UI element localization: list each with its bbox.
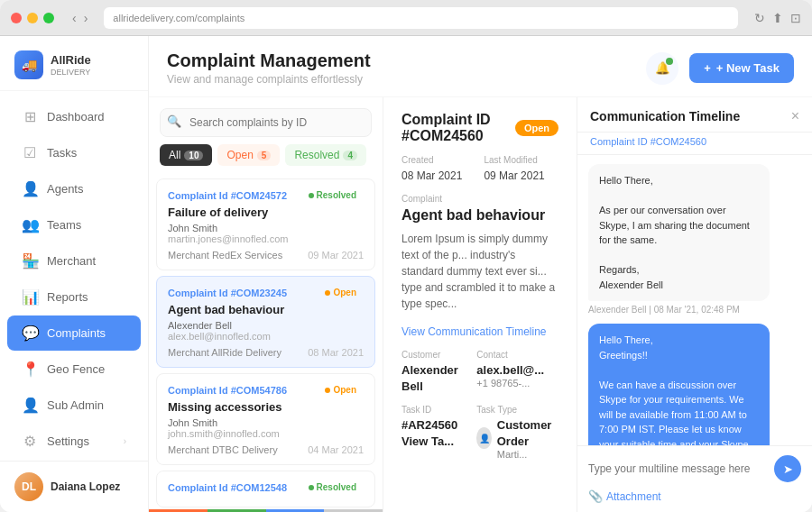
filter-resolved-tab[interactable]: Resolved 4: [285, 144, 366, 166]
logo-text: AllRide: [51, 53, 91, 68]
sidebar-item-reports[interactable]: 📊 Reports: [7, 279, 141, 315]
agents-icon: 👤: [22, 180, 38, 197]
new-task-button[interactable]: + + New Task: [689, 53, 794, 83]
sidebar-item-teams[interactable]: 👥 Teams: [7, 207, 141, 242]
task-type-label: Task Type: [476, 405, 558, 415]
sidebar-item-geofence[interactable]: 📍 Geo Fence: [7, 352, 141, 387]
header-actions: 🔔 + + New Task: [646, 52, 794, 85]
complaint-id-3: Complaint Id #COM54786: [168, 385, 287, 396]
sidebar-item-subadmin[interactable]: 👤 Sub Admin: [7, 388, 141, 423]
complaints-icon: 💬: [22, 325, 38, 342]
detail-meta: Created 08 Mar 2021 Last Modified 09 Mar…: [401, 155, 558, 183]
send-button[interactable]: ➤: [774, 455, 801, 482]
sidebar-item-tasks[interactable]: ☑ Tasks: [7, 135, 141, 170]
complaint-card-3[interactable]: Complaint Id #COM54786 Open Missing acce…: [156, 373, 375, 465]
page-title: Complaint Management: [167, 50, 371, 71]
back-button[interactable]: ‹: [72, 11, 77, 25]
complaint-email-2: alex.bell@innofled.com: [168, 331, 364, 342]
share-button[interactable]: ⬆: [772, 11, 783, 25]
sidebar-label-dashboard: Dashboard: [47, 110, 105, 123]
filter-open-tab[interactable]: Open 5: [217, 144, 280, 166]
user-avatar: DL: [14, 472, 43, 501]
detail-customer: Customer Alexender Bell: [401, 350, 466, 394]
sidebar-item-merchant[interactable]: 🏪 Merchant: [7, 243, 141, 279]
minimize-traffic-light[interactable]: [27, 13, 38, 23]
fullscreen-button[interactable]: ⊡: [790, 11, 801, 25]
complaint-person-3: John Smith: [168, 417, 364, 428]
reload-button[interactable]: ↻: [754, 11, 765, 25]
complaint-date-1: 09 Mar 2021: [308, 250, 364, 261]
detail-info-grid: Customer Alexender Bell Contact alex.bel…: [401, 350, 558, 460]
sidebar-item-agents[interactable]: 👤 Agents: [7, 171, 141, 206]
complaint-id-4: Complaint Id #COM12548: [168, 482, 287, 493]
complaint-card-4[interactable]: Complaint Id #COM12548 Resolved: [156, 471, 375, 507]
status-dot-2: [325, 290, 330, 296]
settings-icon: ⚙: [22, 433, 38, 450]
reports-icon: 📊: [22, 288, 38, 306]
main-split: 🔍 All 10 Open 5 Resolved 4: [149, 97, 812, 512]
timeline-complaint-id: Complaint ID #COM24560: [577, 133, 812, 155]
complaint-title-3: Missing accessories: [168, 400, 364, 414]
complaint-person-1: John Smith: [168, 223, 364, 233]
sidebar-label-merchant: Merchant: [47, 254, 96, 268]
complaint-title-2: Agent bad behaviour: [168, 303, 364, 316]
forward-button[interactable]: ›: [84, 11, 88, 25]
sidebar-item-settings[interactable]: ⚙ Settings ›: [7, 424, 141, 459]
logo-sub: DELIVERY: [51, 68, 91, 77]
window-chrome: ‹ › allridedelivery.com/complaints ↻ ⬆ ⊡: [0, 0, 812, 36]
complaint-footer-3: Merchant DTBC Delivery 04 Mar 2021: [168, 444, 364, 455]
maximize-traffic-light[interactable]: [43, 13, 54, 23]
complaints-panel: 🔍 All 10 Open 5 Resolved 4: [149, 97, 383, 512]
complaint-merchant-3: Merchant DTBC Delivery: [168, 444, 278, 455]
complaint-person-2: Alexender Bell: [168, 320, 364, 331]
status-dot-1: [309, 193, 314, 198]
detail-complaint-id: Complaint ID #COM24560: [401, 112, 506, 144]
message-sender-1: Alexender Bell | 08 Mar '21, 02:48 PM: [588, 305, 801, 315]
filter-all-tab[interactable]: All 10: [160, 144, 212, 166]
complaint-merchant-1: Merchant RedEx Services: [168, 250, 282, 261]
modified-date: 09 Mar 2021: [484, 169, 544, 182]
message-2: Hello There,Greetings!! We can have a di…: [588, 324, 801, 445]
customer-label: Customer: [401, 350, 466, 360]
complaint-date-2: 08 Mar 2021: [308, 347, 364, 358]
page-title-group: Complaint Management View and manage com…: [167, 50, 371, 86]
logo-icon: 🚚: [14, 50, 43, 79]
sidebar: 🚚 AllRide DELIVERY ⊞ Dashboard ☑ Tasks 👤…: [0, 36, 149, 512]
page-subtitle: View and manage complaints effortlessly: [167, 73, 371, 86]
content-area: Complaint Management View and manage com…: [149, 36, 812, 512]
address-bar: allridedelivery.com/complaints: [104, 7, 738, 29]
sidebar-item-dashboard[interactable]: ⊞ Dashboard: [7, 99, 141, 134]
created-date: 08 Mar 2021: [401, 169, 462, 182]
user-name: Daiana Lopez: [51, 480, 120, 493]
timeline-title: Communication Timeline: [590, 109, 740, 123]
app-body: 🚚 AllRide DELIVERY ⊞ Dashboard ☑ Tasks 👤…: [0, 36, 812, 512]
geofence-icon: 📍: [22, 361, 38, 378]
message-bubble-2: Hello There,Greetings!! We can have a di…: [588, 324, 770, 445]
status-badge-1: Resolved: [301, 188, 364, 202]
sidebar-label-agents: Agents: [47, 182, 83, 196]
complaint-title-1: Failure of delivery: [168, 206, 364, 219]
sidebar-item-complaints[interactable]: 💬 Complaints: [7, 315, 141, 351]
complaint-card-1[interactable]: Complaint Id #COM24572 Resolved Failure …: [156, 178, 375, 270]
sidebar-user: DL Daiana Lopez: [0, 461, 148, 512]
search-icon: 🔍: [167, 114, 181, 128]
view-task-link[interactable]: View Ta...: [401, 434, 454, 448]
complaint-card-1-header: Complaint Id #COM24572 Resolved: [168, 188, 364, 202]
complaint-footer-2: Merchant AllRide Delivery 08 Mar 2021: [168, 347, 364, 358]
sidebar-label-settings: Settings: [47, 434, 89, 448]
sidebar-label-geofence: Geo Fence: [47, 362, 105, 376]
message-bubble-1: Hello There, As per our conversation ove…: [588, 164, 770, 301]
complaint-merchant-2: Merchant AllRide Delivery: [168, 347, 281, 358]
close-traffic-light[interactable]: [11, 13, 22, 23]
view-timeline-link[interactable]: View Communication Timeline: [401, 325, 547, 338]
complaint-card-2[interactable]: Complaint Id #COM23245 Open Agent bad be…: [156, 276, 375, 368]
window-nav: ‹ ›: [72, 11, 88, 25]
agent-label: Marti...: [497, 449, 558, 460]
search-input[interactable]: [160, 108, 372, 137]
task-id-value: #AR24560: [401, 418, 457, 432]
notification-button[interactable]: 🔔: [646, 52, 678, 85]
attachment-label[interactable]: Attachment: [606, 490, 661, 503]
detail-contact: Contact alex.bell@... +1 98765-...: [476, 350, 558, 394]
message-input[interactable]: [588, 462, 767, 475]
timeline-close-button[interactable]: ×: [791, 108, 799, 124]
